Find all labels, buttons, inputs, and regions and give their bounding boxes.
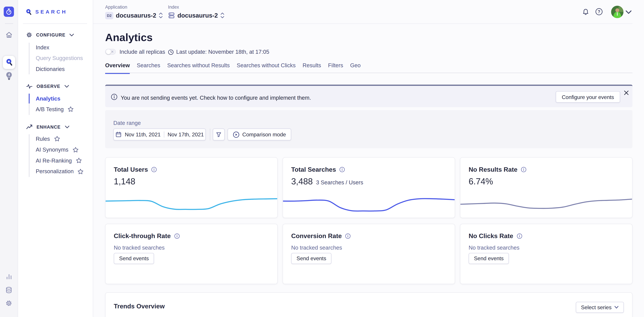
section-items-line <box>29 43 30 74</box>
rail-search-active[interactable] <box>3 56 15 69</box>
metric-card-conversion-rate: Conversion Rate No tracked searches Send… <box>282 224 455 284</box>
include-replicas-toggle[interactable]: ✕ <box>105 49 116 54</box>
select-series-button[interactable]: Select series <box>576 302 624 313</box>
chevron-down-icon <box>64 85 69 88</box>
index-label: Index <box>168 4 179 10</box>
filter-icon <box>216 132 222 138</box>
trends-overview-card: Trends Overview Select series <box>105 292 632 317</box>
sidebar-item-personalization[interactable]: Personalization <box>36 167 84 176</box>
date-range-label: Date range <box>114 120 141 126</box>
metric-card-no-results-rate: No Results Rate 6.74% <box>460 157 632 218</box>
tab-filters[interactable]: Filters <box>328 62 343 74</box>
date-range-panel: Date range Nov 11th, 2021 Nov 17th, 2021 <box>105 110 632 148</box>
metric-card-click-through-rate: Click-through Rate No tracked searches S… <box>105 224 278 284</box>
account-chevron-icon[interactable] <box>626 10 632 14</box>
section-label: ENHANCE <box>36 124 60 129</box>
sidebar-item-dictionaries[interactable]: Dictionaries <box>36 65 64 73</box>
main-area: Application D2 docusaurus-2 Index docusa… <box>93 0 644 317</box>
sidebar: SEARCH CONFIGURE Index Query Suggestions… <box>18 0 93 317</box>
events-banner: You are not sending events yet. Check ho… <box>105 85 632 107</box>
no-results-sparkline <box>460 193 632 214</box>
usage-chart-icon[interactable] <box>6 274 12 280</box>
comparison-icon <box>233 131 240 138</box>
application-selector[interactable]: D2 docusaurus-2 <box>105 12 163 19</box>
updown-chevrons-icon <box>221 12 224 18</box>
info-icon[interactable] <box>174 233 180 239</box>
index-icon <box>168 12 175 19</box>
search-logo-icon <box>25 8 32 16</box>
updown-chevrons-icon <box>159 12 163 18</box>
date-separator <box>164 132 164 138</box>
panel-separator <box>210 128 210 140</box>
sidebar-item-query-suggestions[interactable]: Query Suggestions <box>36 54 83 62</box>
close-icon[interactable] <box>624 90 629 95</box>
sidebar-item-ai-synonyms[interactable]: AI Synonyms <box>36 146 78 154</box>
recommend-icon[interactable] <box>6 72 13 80</box>
info-icon[interactable] <box>151 166 157 172</box>
tab-overview[interactable]: Overview <box>105 62 130 74</box>
section-items-line <box>29 134 30 177</box>
star-icon <box>68 106 74 112</box>
sidebar-item-rules[interactable]: Rules <box>36 135 60 143</box>
date-end: Nov 17th, 2021 <box>168 132 204 138</box>
section-observe[interactable]: OBSERVE <box>26 83 69 89</box>
rail-divider <box>5 23 13 24</box>
send-events-button[interactable]: Send events <box>291 253 332 264</box>
product-title: SEARCH <box>35 9 67 15</box>
info-icon <box>111 94 118 100</box>
sidebar-item-analytics[interactable]: Analytics <box>36 94 60 103</box>
info-icon[interactable] <box>345 233 351 239</box>
star-icon <box>72 147 78 152</box>
star-icon <box>54 136 60 142</box>
sidebar-item-ai-reranking[interactable]: AI Re-Ranking <box>36 156 82 165</box>
date-start: Nov 11th, 2021 <box>125 132 160 138</box>
settings-gear-icon[interactable] <box>6 300 12 307</box>
gear-icon <box>26 32 32 38</box>
avatar-image <box>611 6 624 18</box>
send-events-button[interactable]: Send events <box>468 253 509 264</box>
calendar-icon <box>115 132 121 138</box>
send-events-button[interactable]: Send events <box>114 253 154 264</box>
comparison-mode-button[interactable]: Comparison mode <box>228 128 291 140</box>
section-configure[interactable]: CONFIGURE <box>26 32 74 38</box>
section-enhance[interactable]: ENHANCE <box>26 124 69 130</box>
chevron-down-icon <box>70 34 74 36</box>
analytics-tabs: Overview Searches Searches without Resul… <box>105 62 368 74</box>
chevron-down-icon <box>65 126 69 128</box>
info-icon[interactable] <box>339 166 345 172</box>
metric-card-no-clicks-rate: No Clicks Rate No tracked searches Send … <box>460 224 632 284</box>
section-label: OBSERVE <box>36 84 60 89</box>
notifications-bell-icon[interactable] <box>582 8 590 16</box>
info-icon[interactable] <box>516 233 522 239</box>
app-rail <box>0 0 18 317</box>
sidebar-item-index[interactable]: Index <box>36 43 49 51</box>
tab-searches-without-results[interactable]: Searches without Results <box>167 62 230 74</box>
tab-searches-without-clicks[interactable]: Searches without Clicks <box>237 62 296 74</box>
toggle-knob <box>106 49 111 54</box>
total-users-sparkline <box>106 193 277 214</box>
data-icon[interactable] <box>6 286 12 294</box>
last-update: Last update: November 18th, at 17:05 <box>176 49 269 55</box>
tab-results[interactable]: Results <box>302 62 321 74</box>
header-divider <box>93 23 632 24</box>
clock-icon <box>168 49 174 55</box>
info-icon[interactable] <box>521 166 526 172</box>
date-range-picker[interactable]: Nov 11th, 2021 Nov 17th, 2021 <box>114 128 206 140</box>
application-badge: D2 <box>105 12 114 19</box>
search-product-icon <box>4 58 14 67</box>
chevron-down-icon <box>614 306 618 309</box>
application-label: Application <box>105 4 127 10</box>
app-logo-tile[interactable] <box>4 6 14 17</box>
sidebar-item-ab-testing[interactable]: A/B Testing <box>36 105 74 114</box>
configure-events-button[interactable]: Configure your events <box>556 91 620 102</box>
tab-geo[interactable]: Geo <box>350 62 360 74</box>
home-icon[interactable] <box>6 31 13 39</box>
help-icon[interactable]: ? <box>595 8 603 16</box>
toggle-label: Include all replicas <box>120 49 165 55</box>
index-selector[interactable]: docusaurus-2 <box>168 12 224 19</box>
tab-searches[interactable]: Searches <box>137 62 160 74</box>
filter-button[interactable] <box>213 128 225 140</box>
avatar[interactable] <box>611 6 624 18</box>
svg-text:?: ? <box>598 9 600 14</box>
star-icon <box>78 168 84 174</box>
